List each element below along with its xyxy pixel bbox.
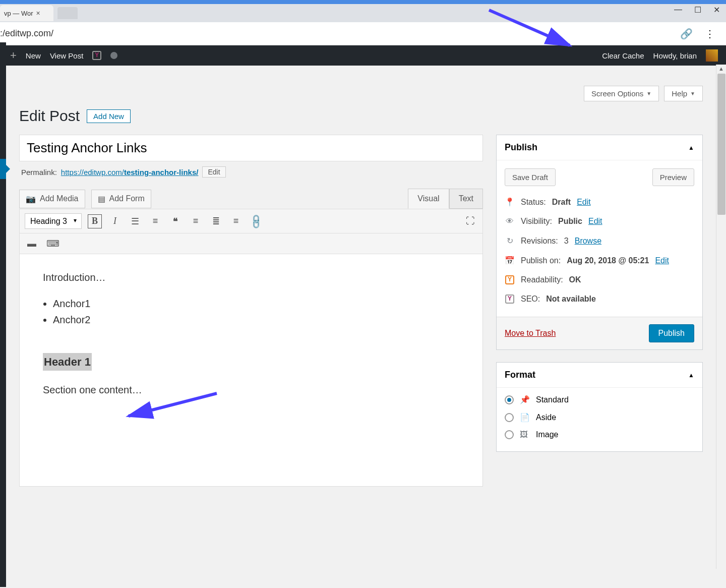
new-tab-button[interactable] — [57, 7, 78, 19]
scroll-up-icon[interactable]: ▲ — [716, 65, 726, 66]
maximize-icon[interactable]: ☐ — [694, 5, 701, 15]
url-bar[interactable]: :/editwp.com/ — [0, 28, 674, 39]
browser-tab[interactable]: vp — Wor × — [0, 5, 53, 21]
avatar[interactable] — [706, 49, 718, 62]
admin-menu-sliver — [0, 42, 6, 66]
admin-view-post[interactable]: View Post — [50, 51, 83, 60]
link-icon[interactable]: 🔗 — [680, 28, 693, 40]
clear-cache[interactable]: Clear Cache — [602, 51, 644, 60]
status-dot-icon — [110, 52, 117, 59]
tab-title: vp — Wor — [4, 10, 33, 17]
close-icon[interactable]: × — [36, 9, 40, 17]
minimize-icon[interactable]: — — [674, 5, 682, 15]
page-scrollbar[interactable]: ▲ — [716, 65, 726, 66]
howdy[interactable]: Howdy, brian — [653, 51, 697, 60]
admin-bar: + New View Post Clear Cache Howdy, brian — [0, 45, 726, 66]
yoast-icon[interactable] — [92, 51, 101, 60]
window-close-icon[interactable]: ✕ — [713, 5, 720, 15]
browser-tab-strip: vp — Wor × — ☐ ✕ — [0, 4, 726, 22]
plus-icon[interactable]: + — [10, 49, 17, 62]
kebab-menu-icon[interactable]: ⋮ — [705, 28, 715, 40]
admin-new[interactable]: New — [26, 51, 41, 60]
